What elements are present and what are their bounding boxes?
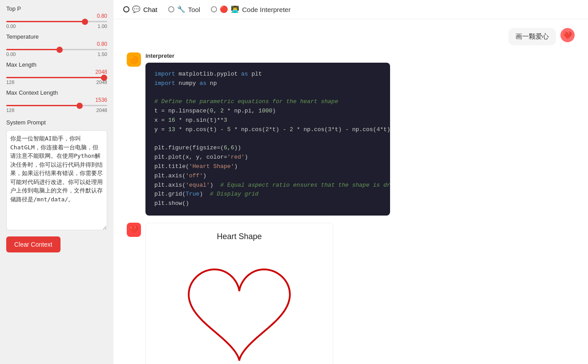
code-line-1: import matplotlib.pyplot as plt xyxy=(154,70,381,79)
heart-parametric-svg xyxy=(155,250,324,364)
assistant-message-1: 🟠 interpreter import matplotlib.pyplot a… xyxy=(127,52,575,216)
user-avatar-emoji-1: ❤️ xyxy=(563,31,572,40)
tab-tool-label: Tool xyxy=(188,6,201,13)
tab-code-interpreter[interactable]: 🔴 👨‍💻 Code Interpreter xyxy=(210,4,291,15)
top-p-slider[interactable] xyxy=(6,21,107,22)
code-line-blank-2 xyxy=(154,135,381,144)
heart-output-avatar-icon: ❤️ xyxy=(129,225,138,234)
max-context-minmax: 128 2048 xyxy=(6,108,107,113)
clear-context-button[interactable]: Clear Context xyxy=(6,236,60,252)
user-avatar-1: ❤️ xyxy=(560,28,575,42)
tab-chat-radio xyxy=(123,6,129,12)
heart-chart-title: Heart Shape xyxy=(217,232,262,241)
tab-chat[interactable]: 💬 Chat xyxy=(122,4,158,15)
tab-chat-label: Chat xyxy=(143,6,157,13)
code-line-4: t = np.linspace(0, 2 * np.pi, 1000) xyxy=(154,107,381,116)
max-context-label: Max Context Length xyxy=(6,89,107,96)
system-prompt-label: System Prompt xyxy=(6,119,107,126)
assistant-name-1: interpreter xyxy=(145,52,575,59)
heart-output-avatar: ❤️ xyxy=(127,223,141,237)
code-line-3: # Define the parametric equations for th… xyxy=(154,97,381,107)
temperature-section: Temperature 0.80 0.00 1.50 xyxy=(6,33,107,57)
max-length-section: Max Length 2048 128 2048 xyxy=(6,61,107,85)
assistant-avatar-emoji: 🟠 xyxy=(129,56,138,64)
code-line-8: plt.plot(x, y, color='red') xyxy=(154,153,381,162)
code-person-icon: 👨‍💻 xyxy=(231,5,239,13)
user-message-1: 画一颗爱心 ❤️ xyxy=(127,28,575,45)
user-message-text-1: 画一颗爱心 xyxy=(516,32,549,40)
main-panel: 💬 Chat 🔧 Tool 🔴 👨‍💻 Code Interpreter 画一颗… xyxy=(113,0,588,364)
temperature-label: Temperature xyxy=(6,33,107,40)
code-line-5: x = 16 * np.sin(t)**3 xyxy=(154,116,381,125)
code-line-7: plt.figure(figsize=(6,6)) xyxy=(154,144,381,153)
top-p-section: Top P 0.80 0.00 1.00 xyxy=(6,5,107,29)
max-length-minmax: 128 2048 xyxy=(6,80,107,85)
system-prompt-textarea[interactable]: 你是一位智能AI助手，你叫ChatGLM，你连接着一台电脑，但请注意不能联网。在… xyxy=(6,130,107,230)
top-p-label: Top P xyxy=(6,5,107,12)
temperature-slider[interactable] xyxy=(6,49,107,50)
code-interpreter-icon: 🔴 xyxy=(220,5,228,13)
code-line-6: y = 13 * np.cos(t) - 5 * np.cos(2*t) - 2… xyxy=(154,125,381,135)
code-line-12: plt.grid(True) # Display grid xyxy=(154,190,381,199)
tab-code-radio xyxy=(211,6,217,12)
assistant-content-1: interpreter import matplotlib.pyplot as … xyxy=(145,52,575,216)
tool-icon: 🔧 xyxy=(177,5,185,13)
code-line-13: plt.show() xyxy=(154,199,381,208)
max-length-label: Max Length xyxy=(6,61,107,68)
user-bubble-1: 画一颗爱心 xyxy=(508,28,556,45)
max-context-section: Max Context Length 1536 128 2048 xyxy=(6,89,107,113)
max-length-slider[interactable] xyxy=(6,77,107,78)
heart-output-message: ❤️ Heart Shape xyxy=(127,223,575,364)
sidebar: Top P 0.80 0.00 1.00 Temperature 0.80 0.… xyxy=(0,0,113,364)
max-context-slider[interactable] xyxy=(6,105,107,106)
chat-icon: 💬 xyxy=(132,5,141,13)
code-line-9: plt.title('Heart Shape') xyxy=(154,162,381,172)
code-line-11: plt.axis('equal') # Equal aspect ratio e… xyxy=(154,181,381,190)
code-line-2: import numpy as np xyxy=(154,79,381,88)
tab-tool-radio xyxy=(168,6,174,12)
code-line-10: plt.axis('off') xyxy=(154,172,381,181)
temperature-minmax: 0.00 1.50 xyxy=(6,52,107,57)
chat-area: 画一颗爱心 ❤️ 🟠 interpreter import matplotlib… xyxy=(113,19,588,364)
tab-tool[interactable]: 🔧 Tool xyxy=(167,4,201,15)
tab-code-label: Code Interpreter xyxy=(242,6,290,13)
heart-polyline xyxy=(189,269,290,361)
heart-image-container: Heart Shape xyxy=(145,223,333,364)
assistant-avatar-1: 🟠 xyxy=(127,52,141,67)
tab-bar: 💬 Chat 🔧 Tool 🔴 👨‍💻 Code Interpreter xyxy=(113,0,588,19)
code-line-blank-1 xyxy=(154,88,381,98)
code-block-1: import matplotlib.pyplot as plt import n… xyxy=(145,63,390,216)
top-p-minmax: 0.00 1.00 xyxy=(6,24,107,29)
